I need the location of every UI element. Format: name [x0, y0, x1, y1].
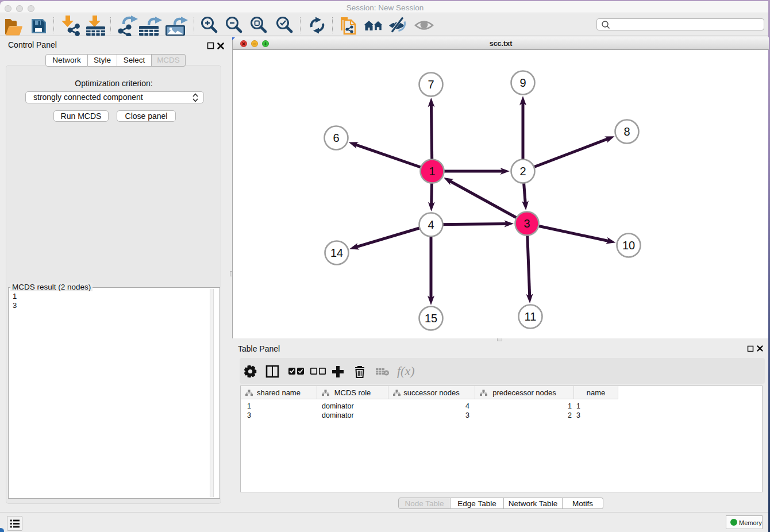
- svg-text:11: 11: [525, 310, 537, 323]
- svg-text:8: 8: [623, 125, 630, 138]
- svg-text:9: 9: [519, 76, 526, 89]
- svg-text:14: 14: [330, 246, 343, 259]
- svg-text:2: 2: [519, 165, 526, 178]
- svg-text:10: 10: [622, 239, 635, 252]
- svg-text:7: 7: [428, 78, 434, 91]
- svg-text:15: 15: [425, 312, 437, 325]
- svg-text:6: 6: [333, 132, 339, 144]
- svg-text:4: 4: [428, 218, 434, 231]
- svg-text:3: 3: [523, 217, 530, 230]
- svg-text:1: 1: [429, 165, 435, 178]
